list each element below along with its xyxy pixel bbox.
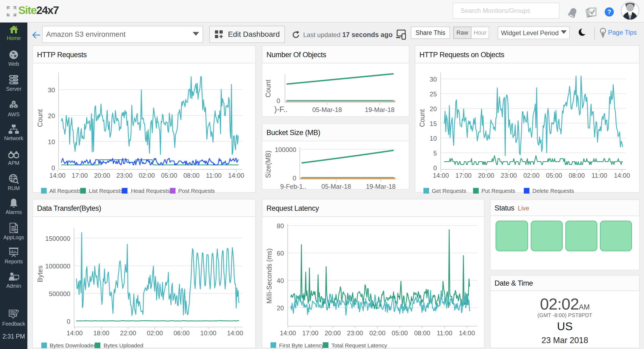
svg-text:?: ? bbox=[607, 8, 611, 16]
